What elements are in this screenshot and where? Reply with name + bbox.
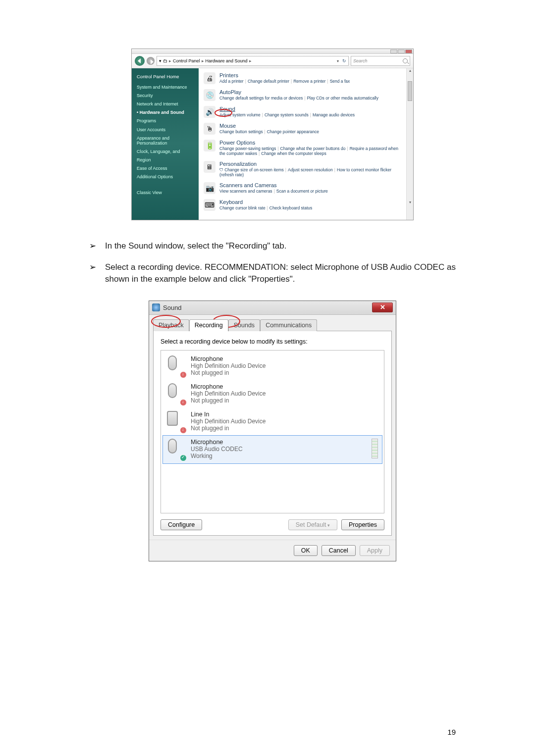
scroll-down-icon[interactable]: ▾ — [407, 200, 413, 206]
device-name: Microphone — [191, 355, 266, 362]
sidebar-item[interactable]: Appearance and Personalization — [137, 136, 194, 147]
device-text: MicrophoneHigh Definition Audio DeviceNo… — [191, 383, 266, 404]
scroll-thumb[interactable] — [408, 81, 412, 101]
category-link[interactable]: Add a printer — [219, 79, 244, 84]
category-link[interactable]: Change button settings — [219, 129, 263, 134]
category-body: AutoPlayChange default settings for medi… — [219, 89, 378, 101]
sidebar-item[interactable]: Ease of Access — [137, 164, 194, 173]
category-link[interactable]: Scan a document or picture — [276, 189, 328, 194]
category-link[interactable]: View scanners and cameras — [219, 189, 272, 194]
sidebar-item-security[interactable]: Security — [137, 92, 194, 100]
forward-button[interactable] — [147, 57, 155, 65]
breadcrumb-root-chevron: ▾ — [159, 58, 161, 63]
scroll-up-icon[interactable]: ▴ — [407, 68, 413, 74]
category-link[interactable]: Play CDs or other media automatically — [307, 96, 378, 101]
category-title[interactable]: Power Options — [219, 140, 401, 146]
category-title[interactable]: AutoPlay — [219, 89, 378, 95]
breadcrumb-dropdown-icon[interactable]: ▾ — [337, 59, 339, 63]
search-placeholder: Search — [353, 58, 368, 63]
category-title[interactable]: Keyboard — [219, 199, 312, 205]
category-link[interactable]: Change pointer appearance — [267, 129, 319, 134]
category-link[interactable]: Remove a printer — [293, 79, 325, 84]
sidebar-item-hardware-sound[interactable]: Hardware and Sound — [137, 108, 194, 117]
category-link[interactable]: Change system sounds — [265, 112, 309, 117]
category-link[interactable]: Change what the power buttons do — [280, 146, 346, 151]
sound-title: Sound — [163, 304, 369, 311]
close-button[interactable]: ✕ — [372, 302, 393, 312]
control-panel-window: ▾ 🗀 ▸ Control Panel ▸ Hardware and Sound… — [131, 49, 414, 220]
category-icon: 🖥 — [204, 161, 215, 173]
refresh-icon[interactable]: ↻ — [342, 58, 346, 63]
search-input[interactable]: Search — [351, 56, 410, 66]
category-title[interactable]: Scanners and Cameras — [219, 182, 328, 188]
category-item: 🖥PersonalizationChange size of on-screen… — [204, 161, 401, 177]
category-icon: 🖱 — [204, 123, 215, 135]
apply-button[interactable]: Apply — [360, 545, 390, 556]
maximize-button[interactable] — [398, 50, 405, 53]
category-item: 🔋Power OptionsChange power-saving settin… — [204, 140, 401, 156]
instructions-block: ➢ In the Sound window, select the "Recor… — [89, 240, 456, 286]
category-link[interactable]: Manage audio devices — [313, 112, 355, 117]
sidebar-item[interactable]: User Accounts — [137, 126, 194, 134]
category-link[interactable]: Change default settings for media or dev… — [219, 96, 303, 101]
category-title[interactable]: Sound — [219, 106, 355, 112]
device-item[interactable]: Line InHigh Definition Audio DeviceNot p… — [163, 408, 382, 436]
sidebar-item[interactable]: Network and Internet — [137, 100, 194, 108]
sidebar-item[interactable]: System and Maintenance — [137, 83, 194, 92]
category-link[interactable]: Send a fax — [330, 79, 350, 84]
ok-button[interactable]: OK — [294, 545, 318, 556]
search-icon — [403, 58, 408, 63]
device-subtitle: High Definition Audio Device — [191, 362, 266, 369]
device-item[interactable]: MicrophoneHigh Definition Audio DeviceNo… — [163, 380, 382, 408]
device-list[interactable]: MicrophoneHigh Definition Audio DeviceNo… — [160, 350, 384, 513]
category-icon: 💿 — [204, 89, 215, 101]
category-links: Change power-saving settings|Change what… — [219, 146, 401, 156]
breadcrumb-item[interactable]: Control Panel — [173, 58, 200, 63]
sound-icon — [152, 303, 160, 311]
category-links: Change cursor blink rate|Check keyboard … — [219, 205, 312, 210]
category-title[interactable]: Printers — [219, 72, 350, 78]
sidebar-item[interactable]: Programs — [137, 117, 194, 125]
configure-button[interactable]: Configure — [160, 519, 202, 530]
category-link[interactable]: Check keyboard status — [269, 205, 312, 210]
sidebar-item[interactable]: Clock, Language, and Region — [137, 148, 194, 164]
bullet-arrow-icon: ➢ — [89, 240, 96, 252]
breadcrumb[interactable]: ▾ 🗀 ▸ Control Panel ▸ Hardware and Sound… — [157, 56, 349, 66]
unplugged-badge-icon — [180, 427, 187, 434]
tab-recording[interactable]: Recording — [189, 319, 228, 331]
back-button[interactable] — [135, 56, 145, 66]
device-item[interactable]: MicrophoneUSB Audio CODECWorking — [163, 436, 382, 463]
category-links: View scanners and cameras|Scan a documen… — [219, 189, 328, 194]
device-name: Microphone — [191, 383, 266, 390]
scrollbar[interactable]: ▴ ▾ — [406, 68, 413, 220]
properties-button[interactable]: Properties — [341, 519, 384, 530]
sidebar-home[interactable]: Control Panel Home — [137, 72, 194, 81]
minimize-button[interactable] — [390, 50, 397, 53]
close-button[interactable] — [405, 50, 412, 53]
category-link[interactable]: Change default printer — [248, 79, 289, 84]
device-item[interactable]: MicrophoneHigh Definition Audio DeviceNo… — [163, 353, 382, 380]
category-link[interactable]: Change cursor blink rate — [219, 205, 266, 210]
instruction-text: In the Sound window, select the "Recordi… — [105, 240, 456, 252]
tab-playback[interactable]: Playback — [153, 319, 189, 331]
category-link[interactable]: Adjust system volume — [219, 112, 261, 117]
sidebar-classic-view[interactable]: Classic View — [137, 189, 194, 197]
breadcrumb-sep: ▸ — [202, 58, 204, 63]
category-body: PrintersAdd a printer|Change default pri… — [219, 72, 350, 84]
device-name: Line In — [191, 411, 266, 418]
category-title[interactable]: Mouse — [219, 123, 319, 129]
cancel-button[interactable]: Cancel — [321, 545, 356, 556]
sidebar-item[interactable]: Additional Options — [137, 173, 194, 181]
sidebar: Control Panel Home System and Maintenanc… — [132, 68, 199, 220]
category-link[interactable]: Adjust screen resolution — [288, 167, 333, 172]
set-default-button[interactable]: Set Default — [288, 519, 337, 530]
device-status: Not plugged in — [191, 369, 266, 376]
category-link[interactable]: Change size of on-screen items — [219, 167, 284, 172]
category-link[interactable]: Change power-saving settings — [219, 146, 276, 151]
tab-communications[interactable]: Communications — [260, 319, 317, 331]
breadcrumb-item[interactable]: Hardware and Sound — [206, 58, 248, 63]
category-link[interactable]: Change when the computer sleeps — [261, 151, 326, 156]
tab-sounds[interactable]: Sounds — [228, 319, 260, 331]
category-title[interactable]: Personalization — [219, 161, 401, 167]
category-item: 📷Scanners and CamerasView scanners and c… — [204, 182, 401, 194]
